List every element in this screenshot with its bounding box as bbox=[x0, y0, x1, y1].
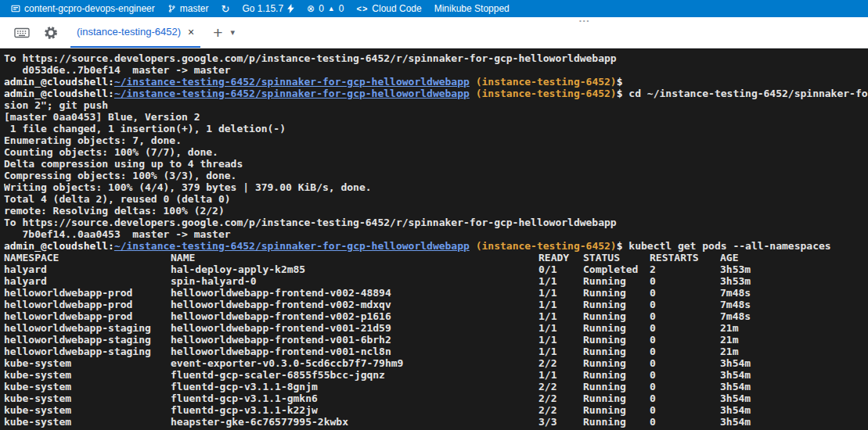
pod-cell: 0 bbox=[650, 404, 720, 416]
pod-cell: Running bbox=[583, 392, 650, 404]
close-icon[interactable]: × bbox=[188, 26, 194, 38]
pod-cell: fluentd-gcp-scaler-6855f55bcc-jgqnz bbox=[171, 369, 538, 381]
pod-cell: 1/1 bbox=[538, 346, 583, 357]
pod-cell: 21m bbox=[720, 346, 868, 357]
statusbar-cloud-code[interactable]: <> Cloud Code bbox=[350, 0, 427, 17]
pod-cell: 7m48s bbox=[720, 299, 868, 310]
error-count: 0 bbox=[319, 3, 324, 14]
pod-cell: heapster-gke-6c76577995-2kwbx bbox=[171, 416, 538, 428]
pod-cell: 2/2 bbox=[538, 392, 583, 404]
pod-row: helloworldwebapp-prodhelloworldwebapp-fr… bbox=[4, 310, 868, 322]
pods-header-cell: RESTARTS bbox=[650, 252, 720, 263]
prompt-path-link[interactable]: ~/instance-testing-6452/spinnaker-for-gc… bbox=[114, 88, 470, 99]
new-tab-button[interactable]: + bbox=[213, 24, 222, 41]
prompt-dollar: $ bbox=[617, 76, 623, 88]
prompt-user: admin_@cloudshell: bbox=[4, 240, 114, 252]
pod-cell: kube-system bbox=[4, 392, 171, 404]
prompt-user: admin_@cloudshell: bbox=[4, 88, 114, 99]
statusbar-go-version[interactable]: Go 1.15.7 bbox=[236, 0, 301, 17]
sync-icon: ↻ bbox=[221, 4, 229, 14]
pod-cell: helloworldwebapp-frontend-v002-p1616 bbox=[171, 310, 538, 322]
pod-cell: Running bbox=[583, 416, 650, 428]
pod-cell: 3h54m bbox=[720, 404, 868, 416]
pod-cell: Running bbox=[583, 299, 650, 310]
pods-header-cell: NAME bbox=[171, 252, 538, 263]
statusbar-project[interactable]: content-gcpro-devops-engineer bbox=[5, 0, 161, 17]
pod-row: halyardhal-deploy-apply-k2m850/1Complete… bbox=[4, 263, 868, 275]
pod-cell: 0 bbox=[650, 322, 720, 334]
pod-cell: 0 bbox=[650, 357, 720, 369]
pod-cell: 2/2 bbox=[538, 381, 583, 392]
more-options[interactable]: ••• bbox=[579, 17, 590, 24]
pod-cell: 0 bbox=[650, 346, 720, 357]
code-brackets-icon: <> bbox=[356, 5, 368, 13]
prompt-project: (instance-testing-6452) bbox=[470, 76, 617, 88]
pod-row: helloworldwebapp-prodhelloworldwebapp-fr… bbox=[4, 299, 868, 310]
minikube-status-label: Minikube Stopped bbox=[434, 3, 510, 14]
pod-cell: 3h54m bbox=[720, 392, 868, 404]
project-name: content-gcpro-devops-engineer bbox=[24, 3, 155, 14]
pods-header-cell: READY bbox=[538, 252, 583, 263]
terminal-output[interactable]: To https://source.developers.google.com/… bbox=[0, 48, 868, 430]
pod-cell: 0 bbox=[650, 299, 720, 310]
prompt-path-link[interactable]: ~/instance-testing-6452/spinnaker-for-gc… bbox=[114, 240, 470, 252]
statusbar-git-branch[interactable]: master bbox=[161, 0, 215, 17]
terminal-line: Total 4 (delta 2), reused 0 (delta 0) bbox=[4, 193, 868, 205]
pod-cell: 0 bbox=[650, 369, 720, 381]
terminal-line: 7b0ef14..0aa0453 master -> master bbox=[4, 228, 868, 240]
terminal-line: d053d6e..7b0ef14 master -> master bbox=[4, 64, 868, 76]
pod-cell: 0 bbox=[650, 287, 720, 299]
keyboard-icon[interactable] bbox=[14, 27, 30, 39]
pod-cell: helloworldwebapp-frontend-v001-6brh2 bbox=[171, 334, 538, 346]
prompt-path-link[interactable]: ~/instance-testing-6452/spinnaker-for-gc… bbox=[114, 76, 470, 88]
cloud-code-label: Cloud Code bbox=[372, 3, 421, 14]
pod-cell: 3h53m bbox=[720, 275, 868, 287]
warning-icon: ▲ bbox=[328, 5, 335, 13]
pod-cell: Running bbox=[583, 381, 650, 392]
pod-cell: 0 bbox=[650, 392, 720, 404]
pod-cell: 3h53m bbox=[720, 263, 868, 275]
status-bar: content-gcpro-devops-engineer master ↻ G… bbox=[0, 0, 868, 17]
pod-cell: Running bbox=[583, 334, 650, 346]
pod-row: kube-systemfluentd-gcp-v3.1.1-gmkn62/2Ru… bbox=[4, 392, 868, 404]
terminal-line: To https://source.developers.google.com/… bbox=[4, 52, 868, 64]
statusbar-sync[interactable]: ↻ bbox=[214, 0, 236, 17]
pod-cell: 0 bbox=[650, 275, 720, 287]
pod-cell: 7m48s bbox=[720, 287, 868, 299]
pod-cell: 21m bbox=[720, 322, 868, 334]
pod-cell: Running bbox=[583, 275, 650, 287]
pod-cell: 3h54m bbox=[720, 357, 868, 369]
pod-row: kube-systemfluentd-gcp-v3.1.1-k22jw2/2Ru… bbox=[4, 404, 868, 416]
statusbar-minikube[interactable]: Minikube Stopped bbox=[428, 0, 516, 17]
pod-cell: 2/2 bbox=[538, 357, 583, 369]
pod-cell: 3h54m bbox=[720, 416, 868, 428]
pod-cell: spin-halyard-0 bbox=[171, 275, 538, 287]
pod-cell: Completed bbox=[583, 263, 650, 275]
statusbar-problems[interactable]: ⊗ 0 ▲ 0 bbox=[301, 0, 350, 17]
pod-cell: helloworldwebapp-prod bbox=[4, 299, 171, 310]
pod-row: helloworldwebapp-staginghelloworldwebapp… bbox=[4, 346, 868, 357]
pod-row: halyardspin-halyard-01/1Running03h53m bbox=[4, 275, 868, 287]
terminal-tab[interactable]: (instance-testing-6452) × bbox=[70, 17, 200, 48]
pod-cell: Running bbox=[583, 322, 650, 334]
pod-cell: 3/3 bbox=[538, 416, 583, 428]
gear-icon[interactable] bbox=[44, 26, 58, 40]
pod-cell: 1/1 bbox=[538, 275, 583, 287]
chevron-down-icon[interactable]: ▾ bbox=[230, 27, 235, 38]
pod-cell: Running bbox=[583, 346, 650, 357]
pods-header-row: NAMESPACENAMEREADYSTATUSRESTARTSAGE bbox=[4, 252, 868, 263]
pod-cell: Running bbox=[583, 287, 650, 299]
prompt-command: kubectl get pods --all-namespaces bbox=[623, 240, 831, 252]
pod-cell: 1/1 bbox=[538, 299, 583, 310]
terminal-line: Enumerating objects: 7, done. bbox=[4, 134, 868, 146]
project-icon bbox=[11, 4, 20, 13]
terminal-line: 1 file changed, 1 insertion(+), 1 deleti… bbox=[4, 123, 868, 134]
pod-cell: 7m48s bbox=[720, 310, 868, 322]
zap-icon bbox=[287, 4, 294, 13]
pod-cell: halyard bbox=[4, 275, 171, 287]
pod-cell: 3h54m bbox=[720, 369, 868, 381]
pod-cell: helloworldwebapp-staging bbox=[4, 334, 171, 346]
pods-header-cell: AGE bbox=[720, 252, 868, 263]
pod-cell: kube-system bbox=[4, 381, 171, 392]
pod-cell: helloworldwebapp-frontend-v002-mdxqv bbox=[171, 299, 538, 310]
